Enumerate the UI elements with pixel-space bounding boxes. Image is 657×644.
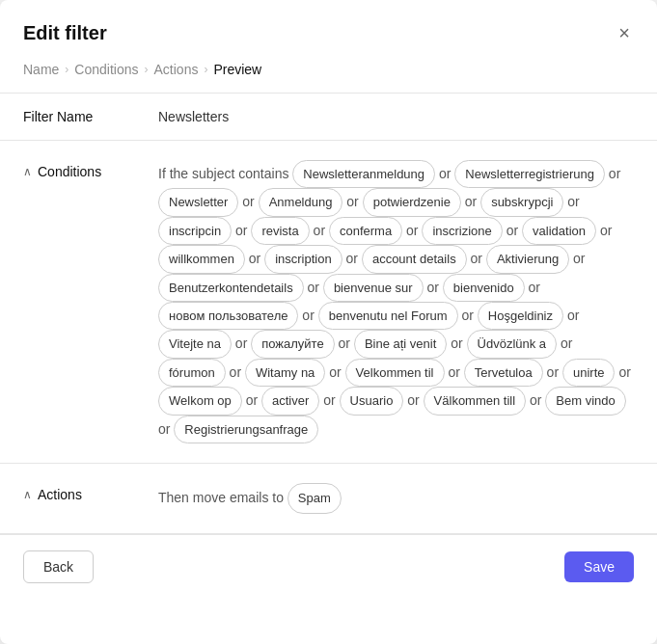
back-button[interactable]: Back <box>23 550 94 583</box>
tag-tervetuloa: Tervetuloa <box>464 359 543 387</box>
actions-collapse-icon[interactable]: ∧ <box>23 488 32 501</box>
tag-account-details: account details <box>362 245 467 273</box>
tag-bienvenido: bienvenido <box>443 274 525 302</box>
breadcrumb-name[interactable]: Name <box>23 62 59 77</box>
tag-registrierungsanfrage: Registrierungsanfrage <box>174 416 318 443</box>
conditions-intro: If the subject contains <box>158 166 288 181</box>
tag-vitejte: Vitejte na <box>158 330 232 358</box>
tag-forumon: fórumon <box>158 359 226 387</box>
tag-witamy: Witamy na <box>245 359 325 387</box>
actions-content: Then move emails to Spam <box>158 483 634 514</box>
tag-potwierdzenie: potwierdzenie <box>363 188 461 216</box>
conditions-label: ∧ Conditions <box>23 160 158 179</box>
modal-footer: Back Save <box>0 534 657 599</box>
tag-willkommen: willkommen <box>158 245 245 273</box>
actions-label: ∧ Actions <box>23 483 158 502</box>
tag-velkommen: Velkommen til <box>345 359 445 387</box>
breadcrumb-preview[interactable]: Preview <box>213 62 261 77</box>
tag-revista: revista <box>251 217 309 245</box>
tag-unirte: unirte <box>562 359 616 387</box>
modal-header: Edit filter × <box>0 0 657 62</box>
breadcrumb-sep-2: › <box>145 63 149 76</box>
modal-title: Edit filter <box>23 22 107 44</box>
actions-intro: Then move emails to <box>158 490 284 505</box>
tag-usuario: Usuario <box>340 387 404 415</box>
filter-name-row: Filter Name Newsletters <box>0 94 657 141</box>
tag-welkom: Welkom op <box>158 387 242 415</box>
tag-inscription: inscription <box>264 245 342 273</box>
tag-bine: Bine ați venit <box>354 330 447 358</box>
conditions-collapse-icon[interactable]: ∧ <box>23 165 32 178</box>
tag-subskrypcji: subskrypcji <box>480 188 563 216</box>
conditions-section: ∧ Conditions If the subject contains New… <box>0 141 657 464</box>
tag-benutzerkontendetails: Benutzerkontendetails <box>158 274 304 302</box>
edit-filter-modal: Edit filter × Name › Conditions › Action… <box>0 0 657 644</box>
tag-newsletter: Newsletter <box>158 188 238 216</box>
tag-benvenutu: benvenutu nel Forum <box>318 302 458 330</box>
filter-name-label: Filter Name <box>23 109 158 124</box>
tag-hosgeldiniz: Hoşgeldiniz <box>478 302 563 330</box>
conditions-content: If the subject contains Newsletteranmeld… <box>158 160 634 443</box>
actions-label-text: Actions <box>38 487 82 502</box>
tag-activer: activer <box>261 387 319 415</box>
breadcrumb-conditions[interactable]: Conditions <box>74 62 138 77</box>
tag-newsletteranmeldung: Newsletteranmeldung <box>292 160 435 188</box>
breadcrumb: Name › Conditions › Actions › Preview <box>0 62 657 93</box>
save-button[interactable]: Save <box>564 551 634 582</box>
tag-udvozlunk: Üdvözlünk a <box>467 330 558 358</box>
tag-bem-vindo: Bem vindo <box>545 387 625 415</box>
breadcrumb-sep-1: › <box>65 63 68 76</box>
actions-section: ∧ Actions Then move emails to Spam <box>0 464 657 534</box>
tag-inscrizione: inscrizione <box>422 217 502 245</box>
tag-inscripcin: inscripcin <box>158 217 232 245</box>
tag-conferma: conferma <box>329 217 402 245</box>
filter-name-value: Newsletters <box>158 109 229 124</box>
tag-newsletterregistrierung: Newsletterregistrierung <box>454 160 605 188</box>
breadcrumb-actions[interactable]: Actions <box>154 62 199 77</box>
tag-anmeldung: Anmeldung <box>259 188 343 216</box>
close-icon: × <box>618 22 630 43</box>
conditions-label-text: Conditions <box>38 164 101 179</box>
tag-validation: validation <box>522 217 596 245</box>
tag-bienvenue-sur: bienvenue sur <box>323 274 424 302</box>
close-button[interactable]: × <box>615 19 634 46</box>
breadcrumb-sep-3: › <box>204 63 207 76</box>
actions-destination: Spam <box>287 483 342 514</box>
tag-aktivierung: Aktivierung <box>486 245 569 273</box>
tag-pozhalujte: пожалуйте <box>251 330 334 358</box>
tag-valkommen: Välkommen till <box>424 387 527 415</box>
tag-novom: новом пользователе <box>158 302 298 330</box>
